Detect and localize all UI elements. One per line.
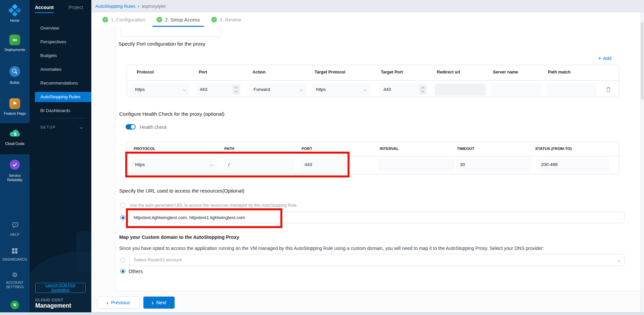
next-button[interactable]: › Next [143,297,175,309]
step-label: 3. Review [220,17,241,22]
action-select[interactable]: Forward [249,84,307,96]
rail-item-dashboards[interactable]: DASHBOARDS [0,248,30,262]
chevron-down-icon [183,88,186,91]
next-label: Next [156,300,166,305]
sidebar-item-perspectives[interactable]: Perspectives [30,35,91,49]
step-configuration[interactable]: ✓ 1. Configuration [102,12,145,27]
horizontal-scrollbar[interactable] [0,312,644,315]
col-action: Action [252,70,266,74]
avatar-initial: N [10,301,19,309]
protocol-select[interactable]: https [131,84,190,96]
breadcrumb-parent-link[interactable]: AutoStopping Rules [95,4,135,9]
clipped-field [121,27,221,37]
col-target-protocol: Target Protocol [315,70,345,74]
rail-item-label: HELP [9,232,20,237]
sidebar-watermark [77,231,91,272]
sidebar-item-autostopping-rules[interactable]: AutoStopping Rules [35,92,91,102]
auto-url-radio[interactable] [120,203,125,208]
rail-item-label: Deployments [3,48,26,52]
col-redirect-url: Redirect url [437,70,460,74]
sidebar-item-bi-dashboards[interactable]: BI Dashboards [30,104,91,117]
breadcrumb: AutoStopping Rules › asproxytyler [91,0,644,12]
rail-item-service-reliability[interactable]: Service Reliability [0,160,30,182]
route53-account-select[interactable]: Select Route53 account [129,254,625,266]
rail-item-label: Service Reliability [0,173,30,182]
setup-label: SETUP [40,125,56,129]
hc-status-value: 200-499 [541,162,558,167]
path-match-input[interactable] [547,84,597,96]
gear-icon: ⚙ [12,272,17,278]
product-eyebrow: CLOUD COST [35,298,63,302]
health-check-toggle[interactable] [126,124,136,129]
server-name-input[interactable] [491,84,541,96]
chevron-left-icon: ‹ [106,300,108,306]
target-port-input[interactable]: 443 [379,84,427,96]
hc-protocol-value: https [135,162,145,167]
hc-port-value: 443 [305,162,312,167]
sidebar-item-budgets[interactable]: Budgets [30,49,91,62]
redirect-url-input[interactable] [434,84,486,96]
vertical-scrollbar-thumb[interactable] [641,22,643,100]
sidebar-item-anomalies[interactable]: Anomalies [30,62,91,76]
number-stepper[interactable] [233,85,239,94]
custom-domain-heading: Map your Custom domain to the AutoStoppi… [119,234,239,240]
hc-protocol-select[interactable]: https [131,159,217,171]
sidebar-item-overview[interactable]: Overview [30,21,91,35]
rail-item-help[interactable]: ? HELP [0,222,30,237]
action-value: Forward [254,87,270,92]
check-circle-icon: ✓ [211,17,217,22]
col-protocol: Protocol [137,70,154,74]
step-review[interactable]: ✓ 3. Review [211,12,241,27]
hc-status-input[interactable]: 200-499 [537,159,610,171]
step-setup-access[interactable]: ✓ 2. Setup Access [156,12,200,27]
hc-timeout-input[interactable]: 30 [456,159,531,171]
rail-item-label: ACCOUNT SETTINGS [0,280,30,289]
chevron-down-icon [80,125,83,129]
hc-interval-input[interactable] [378,159,454,171]
vertical-scrollbar[interactable] [640,12,644,312]
custom-url-radio[interactable] [120,215,125,220]
col-path: PATH [224,147,234,151]
port-value: 443 [200,87,208,92]
hc-port-input[interactable]: 443 [301,159,347,171]
col-interval: INTERVAL [380,147,399,151]
rail-item-builds[interactable]: Builds [0,66,30,85]
hc-path-input[interactable]: / [224,159,294,171]
rail-item-home[interactable]: Home [0,5,30,23]
product-name: Management [35,302,71,309]
breadcrumb-current: asproxytyler [142,4,166,9]
others-radio[interactable] [120,269,125,274]
delete-row-icon[interactable] [606,87,612,93]
add-port-config-button[interactable]: + Add [598,55,611,61]
previous-button[interactable]: ‹ Previous [97,297,139,309]
tab-account[interactable]: Account [35,5,54,13]
target-protocol-select[interactable]: https [312,84,370,96]
url-section-heading: Specify the URL used to access the resou… [119,188,244,194]
rail-item-deployments[interactable]: ∞ Deployments [0,35,30,52]
number-stepper[interactable] [419,85,426,94]
tab-project[interactable]: Project [68,5,83,13]
rail-item-cloud-costs[interactable]: $ Cloud Costs [0,129,30,146]
module-rail: Home ∞ Deployments Builds ⚑ Feature Flag… [0,0,30,315]
launch-ccm-first-gen-button[interactable]: Launch CCM First Generation [35,283,86,293]
route53-radio[interactable] [120,258,125,263]
hc-timeout-value: 30 [460,162,465,167]
rail-item-label: Feature Flags [3,111,27,116]
port-input[interactable]: 443 [196,84,241,96]
main-content: AutoStopping Rules › asproxytyler ✓ 1. C… [91,0,644,315]
health-check-toggle-label: Health check [140,124,167,130]
svg-text:$: $ [14,132,16,137]
deployments-icon: ∞ [9,35,20,45]
svg-text:?: ? [14,223,16,226]
custom-url-input[interactable] [129,212,625,223]
rail-item-account-settings[interactable]: ⚙ ACCOUNT SETTINGS [0,272,30,289]
protocol-value: https [135,87,145,92]
col-path-match: Path match [548,70,570,74]
rail-item-label: Home [9,18,21,23]
sidebar-setup-expander[interactable]: SETUP [30,125,91,129]
user-avatar[interactable]: N [0,301,30,309]
rail-item-feature-flags[interactable]: ⚑ Feature Flags [0,98,30,116]
chevron-down-icon [364,88,367,91]
col-target-port: Target Port [381,70,403,74]
sidebar-item-recommendations[interactable]: Recommendations [30,76,91,90]
